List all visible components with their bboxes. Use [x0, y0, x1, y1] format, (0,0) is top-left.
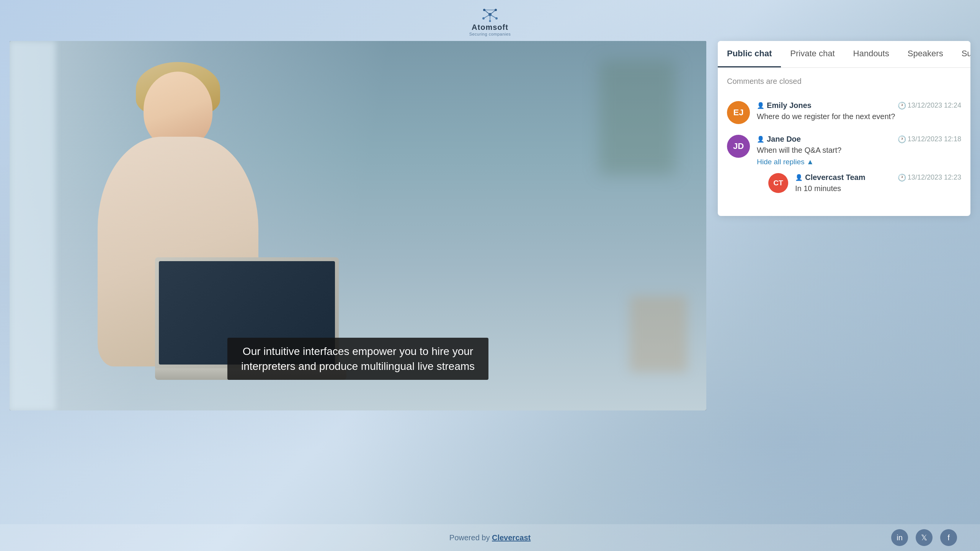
- time-value: 13/12/2023 12:23: [908, 173, 961, 181]
- comment-text: When will the Q&A start?: [757, 146, 961, 155]
- comment-header: 👤 Jane Doe 🕐 13/12/2023 12:18: [757, 135, 961, 144]
- reply-content: 👤 Clevercast Team 🕐 13/12/2023 12:23 In …: [795, 173, 961, 196]
- reply-author: 👤 Clevercast Team: [795, 173, 866, 182]
- author-name: Clevercast Team: [805, 173, 866, 182]
- comments-closed-notice: Comments are closed: [727, 77, 961, 92]
- comment-item: EJ 👤 Emily Jones 🕐 13/12/2023 12:24 Wher: [727, 101, 961, 124]
- logo-subtext: Securing companies: [469, 32, 511, 36]
- tab-speakers[interactable]: Speakers: [898, 41, 952, 67]
- comment-time: 🕐 13/12/2023 12:18: [898, 135, 961, 144]
- bg-furniture: [630, 296, 687, 372]
- chat-panel: Public chat Private chat Handouts Speake…: [718, 41, 970, 216]
- tab-private-chat[interactable]: Private chat: [781, 41, 844, 67]
- author-name: Emily Jones: [767, 101, 812, 110]
- chat-body: Comments are closed EJ 👤 Emily Jones 🕐 1: [718, 68, 970, 216]
- video-player[interactable]: Our intuitive interfaces empower you to …: [10, 41, 706, 410]
- avatar: EJ: [727, 101, 750, 124]
- time-value: 13/12/2023 12:18: [908, 135, 961, 143]
- video-subtitle: Our intuitive interfaces empower you to …: [227, 338, 488, 380]
- comment-author: 👤 Emily Jones: [757, 101, 812, 110]
- user-icon: 👤: [795, 174, 803, 181]
- reply-text: In 10 minutes: [795, 184, 961, 193]
- footer-social: in 𝕏 f: [891, 529, 957, 546]
- hide-replies-button[interactable]: Hide all replies ▲: [757, 158, 814, 166]
- user-icon: 👤: [757, 102, 764, 109]
- comment-item: JD 👤 Jane Doe 🕐 13/12/2023 12:18 When wi: [727, 135, 961, 196]
- avatar-initials: JD: [733, 141, 744, 151]
- tab-public-chat[interactable]: Public chat: [718, 41, 781, 67]
- facebook-icon[interactable]: f: [940, 529, 957, 546]
- time-value: 13/12/2023 12:24: [908, 101, 961, 110]
- reply-item: CT 👤 Clevercast Team 🕐 13/12/2023: [768, 173, 961, 196]
- clock-icon: 🕐: [898, 101, 906, 110]
- reply-time: 🕐 13/12/2023 12:23: [898, 173, 961, 182]
- clock-icon: 🕐: [898, 173, 906, 182]
- avatar: CT: [768, 173, 788, 193]
- svg-line-6: [484, 10, 490, 15]
- comment-text: Where do we register for the next event?: [757, 112, 961, 121]
- tab-survey[interactable]: Survey: [952, 41, 970, 67]
- atomsoft-logo-icon: [480, 7, 500, 22]
- logo-text: Atomsoft: [472, 23, 508, 32]
- svg-line-8: [483, 15, 490, 18]
- main-content: Our intuitive interfaces empower you to …: [0, 41, 980, 410]
- user-icon: 👤: [757, 136, 764, 143]
- chat-tabs: Public chat Private chat Handouts Speake…: [718, 41, 970, 68]
- comment-author: 👤 Jane Doe: [757, 135, 801, 144]
- footer: Powered by Clevercast in 𝕏 f: [0, 524, 980, 551]
- comment-content: 👤 Jane Doe 🕐 13/12/2023 12:18 When will …: [757, 135, 961, 196]
- comment-time: 🕐 13/12/2023 12:24: [898, 101, 961, 110]
- bg-plant: [599, 60, 676, 175]
- footer-powered-by: Powered by Clevercast: [449, 533, 531, 542]
- logo: Atomsoft Securing companies: [469, 7, 511, 36]
- twitter-icon[interactable]: 𝕏: [916, 529, 933, 546]
- reply-header: 👤 Clevercast Team 🕐 13/12/2023 12:23: [795, 173, 961, 182]
- tab-handouts[interactable]: Handouts: [844, 41, 898, 67]
- clock-icon: 🕐: [898, 135, 906, 144]
- comment-header: 👤 Emily Jones 🕐 13/12/2023 12:24: [757, 101, 961, 110]
- linkedin-icon[interactable]: in: [891, 529, 908, 546]
- comment-content: 👤 Emily Jones 🕐 13/12/2023 12:24 Where d…: [757, 101, 961, 124]
- header: Atomsoft Securing companies: [0, 0, 980, 41]
- avatar-initials: CT: [773, 179, 783, 187]
- svg-line-7: [490, 10, 496, 15]
- avatar-initials: EJ: [733, 108, 744, 118]
- svg-line-9: [490, 15, 497, 18]
- window-panel: [10, 41, 56, 410]
- footer-link[interactable]: Clevercast: [492, 533, 531, 542]
- laptop-logo: [232, 303, 255, 326]
- author-name: Jane Doe: [767, 135, 801, 144]
- avatar: JD: [727, 135, 750, 158]
